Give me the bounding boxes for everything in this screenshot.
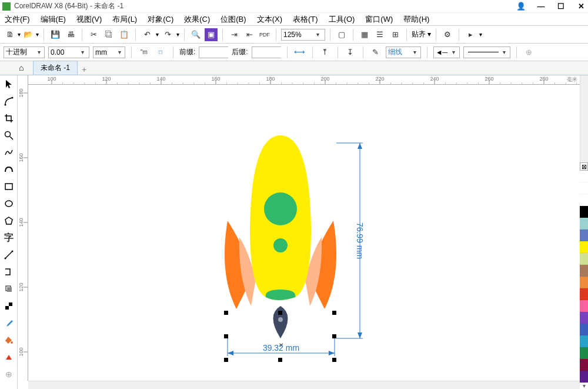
color-swatch[interactable]: [580, 359, 588, 371]
polygon-tool[interactable]: [2, 214, 15, 227]
line-style-combo[interactable]: ▾: [463, 46, 510, 58]
zoom-combo[interactable]: ▾: [281, 29, 325, 41]
shape-tool[interactable]: [2, 95, 15, 108]
new-dropdown[interactable]: ▾: [18, 31, 21, 38]
import-button[interactable]: ⇥: [228, 28, 240, 41]
fill-tool[interactable]: [2, 334, 15, 347]
color-swatch[interactable]: [580, 171, 588, 182]
dim-style2-button[interactable]: □: [154, 46, 167, 59]
ext-lines-button[interactable]: ↧: [344, 46, 357, 59]
new-tab-button[interactable]: +: [79, 64, 89, 75]
ellipse-tool[interactable]: [2, 197, 15, 210]
menu-file[interactable]: 文件(F): [5, 14, 30, 25]
redo-dropdown[interactable]: ▾: [176, 31, 179, 38]
color-swatch[interactable]: [580, 335, 588, 347]
suffix-input[interactable]: [254, 47, 281, 58]
freehand-tool[interactable]: [2, 146, 15, 159]
crop-tool[interactable]: [2, 112, 15, 125]
zoom-tool[interactable]: [2, 129, 15, 142]
user-icon[interactable]: 👤: [516, 2, 526, 11]
drawing-canvas[interactable]: ✕ 39.32 mm 76.9: [28, 85, 580, 381]
guidelines-button[interactable]: ☰: [373, 28, 386, 41]
color-swatch[interactable]: [580, 218, 588, 230]
app-launcher-button[interactable]: ▸: [464, 28, 477, 41]
color-swatch[interactable]: [580, 371, 588, 383]
new-button[interactable]: 🗎: [4, 28, 16, 41]
color-swatch[interactable]: [580, 182, 588, 194]
dim-style1-button[interactable]: "m: [138, 46, 151, 59]
artistic-media-tool[interactable]: [2, 163, 15, 176]
add-button[interactable]: ⊕: [523, 46, 536, 59]
menu-help[interactable]: 帮助(H): [403, 14, 429, 25]
menu-bitmap[interactable]: 位图(B): [220, 14, 246, 25]
leader-button[interactable]: ⟷: [293, 46, 306, 59]
menu-tools[interactable]: 工具(O): [329, 14, 355, 25]
menu-object[interactable]: 对象(C): [148, 14, 173, 25]
unit-combo[interactable]: mm▾: [93, 46, 125, 58]
text-tool[interactable]: 字: [2, 231, 15, 244]
home-tab-icon[interactable]: ⌂: [19, 63, 29, 74]
zoom-dropdown[interactable]: ▾: [314, 31, 321, 38]
color-swatch[interactable]: [580, 300, 588, 312]
horizontal-ruler[interactable]: 100120140160180200220240260280 毫米: [28, 75, 580, 85]
launch-button[interactable]: ▣: [205, 28, 218, 41]
save-button[interactable]: 💾: [49, 28, 62, 41]
color-swatch[interactable]: [580, 206, 588, 218]
color-swatch[interactable]: [580, 253, 588, 265]
print-button[interactable]: 🖶: [64, 28, 77, 41]
pen-icon[interactable]: ✎: [369, 46, 382, 59]
fullscreen-button[interactable]: ▢: [335, 28, 348, 41]
palette-none-swatch[interactable]: ⊠: [580, 162, 588, 171]
smart-fill-tool[interactable]: [2, 351, 15, 364]
expand-toolbox-button[interactable]: ⊕: [2, 368, 15, 381]
export-button[interactable]: ⇤: [243, 28, 256, 41]
transparency-tool[interactable]: [2, 300, 15, 312]
horizontal-scrollbar[interactable]: [28, 381, 580, 389]
color-swatch[interactable]: [580, 277, 588, 288]
rectangle-tool[interactable]: [2, 180, 15, 193]
value-input[interactable]: [51, 47, 79, 58]
open-button[interactable]: 📂: [22, 28, 35, 41]
connector-tool[interactable]: [2, 265, 15, 278]
menu-view[interactable]: 视图(V): [76, 14, 102, 25]
eyedropper-tool[interactable]: [2, 317, 15, 330]
paste-button[interactable]: 📋: [118, 28, 131, 41]
undo-dropdown[interactable]: ▾: [156, 31, 159, 38]
color-swatch[interactable]: [580, 312, 588, 324]
drop-shadow-tool[interactable]: [2, 282, 15, 295]
color-swatch[interactable]: [580, 347, 588, 359]
color-swatch[interactable]: [580, 265, 588, 277]
undo-button[interactable]: ↶: [141, 28, 153, 41]
page-layout-button[interactable]: ⊞: [389, 28, 402, 41]
dimension-height[interactable]: 76.99 mm: [336, 143, 365, 338]
menu-edit[interactable]: 编辑(E): [41, 14, 66, 25]
zoom-input[interactable]: [283, 29, 314, 40]
snap-dropdown[interactable]: 贴齐 ▾: [412, 29, 431, 39]
palette-scroll-down[interactable]: ▾: [580, 383, 588, 389]
grid-button[interactable]: ▦: [358, 28, 371, 41]
dimension-width[interactable]: 39.32 mm: [228, 338, 335, 356]
maximize-button[interactable]: ☐: [556, 2, 566, 11]
document-tab[interactable]: 未命名 -1: [33, 61, 78, 75]
color-swatch[interactable]: [580, 324, 588, 335]
color-swatch[interactable]: [580, 194, 588, 206]
arrow-start-combo[interactable]: ◄─▾: [433, 46, 460, 58]
close-button[interactable]: ✕: [576, 2, 586, 11]
open-dropdown[interactable]: ▾: [36, 31, 39, 38]
minimize-button[interactable]: —: [536, 2, 546, 11]
dimension-tool[interactable]: [2, 248, 15, 261]
redo-button[interactable]: ↷: [161, 28, 174, 41]
text-pos-button[interactable]: ⤒: [319, 46, 332, 59]
pick-tool[interactable]: [2, 78, 15, 91]
color-swatch[interactable]: [580, 288, 588, 300]
menu-text[interactable]: 文本(X): [257, 14, 282, 25]
menu-layout[interactable]: 布局(L): [112, 14, 137, 25]
cut-button[interactable]: ✂: [87, 28, 100, 41]
outline-combo[interactable]: 细线▾: [386, 46, 421, 58]
search-button[interactable]: 🔍: [189, 28, 202, 41]
value-combo[interactable]: ▾: [48, 46, 89, 58]
color-swatch[interactable]: [580, 241, 588, 253]
format-combo[interactable]: 十进制▾: [4, 46, 45, 58]
prefix-input[interactable]: [201, 47, 228, 58]
menu-table[interactable]: 表格(T): [293, 14, 318, 25]
